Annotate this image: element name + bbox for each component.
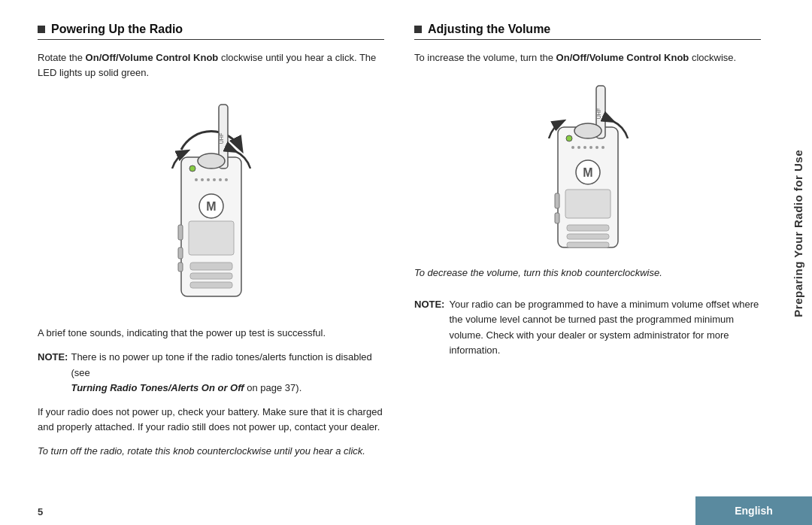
svg-text:UHF: UHF: [219, 133, 224, 144]
svg-rect-14: [178, 262, 183, 272]
right-section-header: Adjusting the Volume: [414, 23, 761, 40]
left-paragraph3: If your radio does not power up, check y…: [38, 405, 384, 435]
svg-rect-16: [189, 221, 234, 255]
svg-rect-38: [567, 242, 609, 247]
svg-point-28: [583, 146, 586, 149]
right-radio-image: UHF M: [414, 82, 761, 255]
language-label: English: [735, 505, 773, 517]
section-icon-right: [414, 26, 422, 33]
svg-point-34: [566, 135, 572, 141]
right-note-content: Your radio can be programmed to have a m…: [449, 297, 761, 358]
svg-rect-17: [190, 262, 232, 270]
page-number: 5: [38, 506, 43, 517]
left-italic-note: To turn off the radio, rotate this knob …: [38, 444, 384, 459]
main-content: Powering Up the Radio Rotate the On/Off/…: [0, 0, 783, 525]
svg-rect-13: [178, 247, 183, 259]
svg-text:UHF: UHF: [596, 108, 601, 119]
svg-point-31: [601, 146, 604, 149]
page-container: Powering Up the Radio Rotate the On/Off/…: [0, 0, 812, 525]
left-paragraph2: A brief tone sounds, indicating that the…: [38, 326, 384, 341]
svg-point-29: [589, 146, 592, 149]
right-paragraph1: To increase the volume, turn the On/Off/…: [414, 50, 761, 65]
bottom-bar: English: [695, 496, 812, 525]
left-paragraph1: Rotate the On/Off/Volume Control Knob cl…: [38, 50, 384, 80]
left-radio-image: UHF M: [38, 97, 384, 315]
right-note-label: NOTE:: [414, 297, 444, 358]
svg-rect-32: [555, 193, 559, 208]
svg-text:M: M: [583, 166, 592, 179]
right-italic-note: To decrease the volume, turn this knob c…: [414, 266, 761, 281]
svg-rect-36: [567, 225, 609, 231]
sidebar-tab: Preparing Your Radio for Use: [783, 0, 812, 466]
svg-rect-19: [190, 282, 232, 288]
svg-point-6: [195, 178, 198, 181]
svg-point-26: [571, 146, 574, 149]
svg-point-30: [595, 146, 598, 149]
left-note-label: NOTE:: [38, 350, 68, 395]
left-section-title: Powering Up the Radio: [51, 23, 183, 36]
svg-point-9: [213, 178, 216, 181]
svg-rect-33: [555, 213, 559, 223]
svg-rect-35: [565, 190, 611, 218]
right-column: Adjusting the Volume To increase the vol…: [414, 23, 761, 487]
left-note-content: There is no power up tone if the radio t…: [71, 350, 384, 395]
svg-point-15: [189, 165, 195, 171]
svg-point-7: [201, 178, 204, 181]
svg-text:M: M: [206, 200, 216, 213]
svg-point-10: [219, 178, 222, 181]
right-section-title: Adjusting the Volume: [428, 23, 550, 36]
left-radio-svg: UHF M: [136, 97, 286, 315]
right-note: NOTE: Your radio can be programmed to ha…: [414, 297, 761, 358]
svg-rect-18: [190, 273, 232, 279]
left-section-header: Powering Up the Radio: [38, 23, 384, 40]
svg-point-11: [225, 178, 228, 181]
section-icon-left: [38, 26, 45, 33]
svg-point-23: [574, 123, 601, 138]
svg-rect-12: [178, 225, 183, 240]
left-column: Powering Up the Radio Rotate the On/Off/…: [38, 23, 384, 487]
sidebar-tab-text: Preparing Your Radio for Use: [792, 150, 804, 317]
svg-rect-37: [567, 234, 609, 239]
svg-point-27: [577, 146, 580, 149]
right-radio-svg: UHF M: [517, 82, 659, 255]
svg-point-3: [198, 153, 225, 168]
svg-point-8: [207, 178, 210, 181]
left-note: NOTE: There is no power up tone if the r…: [38, 350, 384, 395]
